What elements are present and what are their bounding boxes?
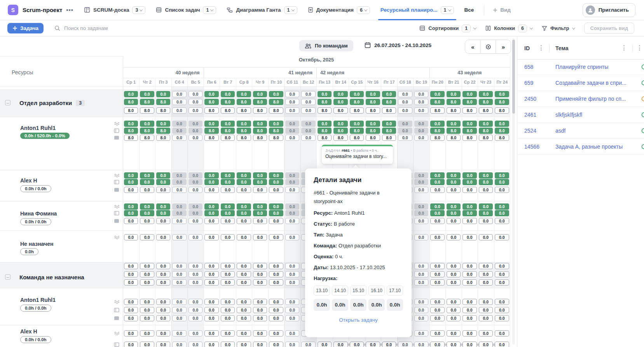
load-cell[interactable]: 0.0 (221, 315, 235, 321)
load-cell[interactable]: 0.0 (221, 210, 235, 216)
load-chart-icon[interactable] (114, 204, 120, 209)
load-cell[interactable]: 0.0 (140, 279, 154, 286)
load-cell[interactable]: 0.0 (285, 187, 300, 193)
load-cell[interactable]: 0.0 (269, 187, 283, 193)
load-cell[interactable]: 0.0 (318, 91, 332, 97)
load-cell[interactable]: 0.0 (188, 172, 203, 179)
load-cell[interactable]: 0.0 (447, 91, 461, 97)
load-cell[interactable]: 8.0 (382, 99, 396, 105)
group-by-teams-button[interactable]: По командам (299, 40, 353, 51)
load-cell[interactable]: 0.0 (285, 121, 300, 127)
load-cell[interactable]: 0.0 (237, 299, 251, 305)
load-cell[interactable]: 0.0 (414, 179, 429, 185)
load-cell[interactable]: 8.0 (333, 135, 348, 141)
load-cell[interactable]: 0.0 (462, 203, 477, 210)
search-input[interactable] (64, 25, 181, 31)
load-cell[interactable]: 0.0 (188, 307, 203, 313)
columns-control[interactable]: Колонки 6 (485, 25, 532, 32)
load-cell[interactable]: 8.0 (140, 107, 154, 114)
task-row[interactable]: 2524asdf (517, 123, 644, 139)
load-cell[interactable]: 0.0 (140, 121, 154, 127)
load-cell[interactable]: 0.0 (479, 315, 493, 321)
load-cell[interactable]: 0.0 (237, 203, 251, 210)
load-cell[interactable]: 0.0 (479, 121, 493, 127)
load-cell[interactable]: 0.0 (140, 203, 154, 210)
load-cell[interactable]: 0.0 (204, 263, 219, 269)
load-cell[interactable]: 0.0 (398, 107, 412, 114)
load-cell[interactable]: 0.0 (237, 91, 251, 97)
load-cell[interactable]: 0.0 (414, 315, 429, 321)
load-cell[interactable]: 0.0 (172, 263, 187, 269)
load-cell[interactable]: 0.0 (253, 330, 267, 336)
load-cell[interactable]: 0.0 (188, 330, 203, 336)
load-cell[interactable]: 0.0 (204, 279, 219, 286)
load-cell[interactable]: 0.0 (237, 187, 251, 193)
load-cell[interactable]: 0.0 (285, 91, 300, 97)
collapse-group-button[interactable]: – (5, 274, 10, 280)
load-cell[interactable]: 0.0 (462, 187, 477, 193)
load-cell[interactable]: 0.0 (382, 91, 396, 97)
load-cell[interactable]: 8.0 (156, 135, 171, 141)
load-cell[interactable]: 0.0 (204, 307, 219, 313)
load-cell[interactable]: 0.0 (156, 307, 171, 313)
split-view-icon[interactable] (114, 180, 119, 184)
load-cell[interactable]: 0.0 (124, 342, 138, 347)
load-cell[interactable]: 0.0 (124, 279, 138, 286)
load-cell[interactable]: 0.0 (253, 172, 267, 179)
load-cell[interactable]: 8.0 (495, 107, 509, 114)
load-cell[interactable]: 0.0 (447, 299, 461, 305)
load-cell[interactable]: 8.0 (333, 99, 348, 105)
load-cell[interactable]: 8.0 (124, 128, 138, 134)
load-cell[interactable]: 8.0 (237, 135, 251, 141)
load-cell[interactable]: 8.0 (253, 135, 267, 141)
load-cell[interactable]: 0.0 (414, 187, 429, 193)
load-cell[interactable]: 0.0 (495, 299, 509, 305)
load-cell[interactable]: 0.0 (447, 218, 461, 224)
load-cell[interactable]: 8.0 (156, 107, 171, 114)
load-cell[interactable]: 0.0 (204, 299, 219, 305)
load-cell[interactable]: 0.0 (479, 299, 493, 305)
load-cell[interactable]: 0.0 (479, 234, 493, 240)
load-cell[interactable]: 0.0 (462, 172, 477, 179)
load-cell[interactable]: 0.0 (366, 121, 380, 127)
load-cell[interactable]: 0.0 (462, 279, 477, 286)
load-cell[interactable]: 0.0 (462, 91, 477, 97)
load-cell[interactable]: 0.0 (124, 330, 138, 336)
load-cell[interactable]: 0.0 (398, 121, 412, 127)
load-cell[interactable]: 0.0 (414, 107, 429, 114)
load-cell[interactable]: 0.0 (301, 128, 316, 134)
load-cell[interactable]: 0.0 (172, 210, 187, 216)
load-cell[interactable]: 0.0 (447, 121, 461, 127)
load-cell[interactable]: 0.0 (430, 210, 445, 216)
split-view-icon[interactable] (114, 308, 119, 312)
list-count-chip[interactable]: 1 (203, 6, 216, 14)
load-cell[interactable]: 0.0 (253, 121, 267, 127)
load-chart-icon[interactable] (114, 300, 120, 304)
load-cell[interactable]: 0.0 (285, 307, 300, 313)
load-cell[interactable]: 0.0 (414, 263, 429, 269)
filter-control[interactable]: Фильтр (542, 25, 575, 31)
load-cell[interactable]: 0.0 (204, 234, 219, 240)
load-cell[interactable]: 8.0 (124, 135, 138, 141)
load-cell[interactable]: 0.0 (253, 187, 267, 193)
load-cell[interactable]: 0.0 (140, 263, 154, 269)
load-cell[interactable]: 0.0 (237, 263, 251, 269)
load-cell[interactable]: 8.0 (140, 128, 154, 134)
load-cell[interactable]: 8.0 (479, 107, 493, 114)
load-cell[interactable]: 0.0 (285, 210, 300, 216)
load-cell[interactable]: 8.0 (495, 135, 509, 141)
load-cell[interactable]: 0.0 (447, 210, 461, 216)
load-cell[interactable]: 0.0 (414, 234, 429, 240)
load-cell[interactable]: 0.0 (124, 315, 138, 321)
load-cell[interactable]: 0.0 (285, 234, 300, 240)
load-cell[interactable]: 0.0 (237, 179, 251, 185)
save-view-button[interactable]: Сохранить вид (584, 23, 634, 34)
tab-scrum-board[interactable]: SCRUM-доска 3 (84, 0, 145, 20)
load-cell[interactable]: 0.0 (188, 179, 203, 185)
load-cell[interactable]: 0.0 (430, 179, 445, 185)
planner-count-chip[interactable]: 1 (441, 6, 454, 14)
load-cell[interactable]: 0.0 (430, 263, 445, 269)
load-cell[interactable]: 0.0 (221, 299, 235, 305)
tab-docs[interactable]: Документация 6 (308, 0, 370, 20)
load-cell[interactable]: 0.0 (188, 234, 203, 240)
